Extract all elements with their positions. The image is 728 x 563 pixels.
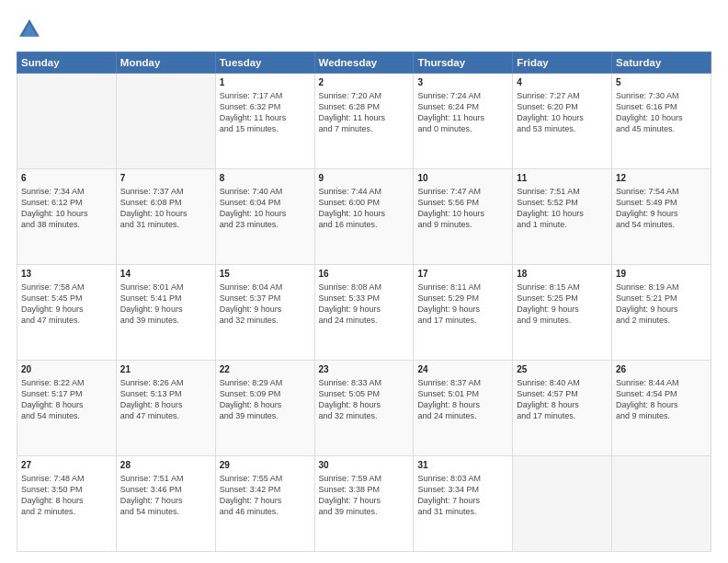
day-info: Sunrise: 7:37 AM Sunset: 6:08 PM Dayligh… xyxy=(120,186,211,231)
day-header-sunday: Sunday xyxy=(17,52,117,74)
day-info: Sunrise: 7:48 AM Sunset: 3:50 PM Dayligh… xyxy=(21,473,112,518)
calendar-cell: 25Sunrise: 8:40 AM Sunset: 4:57 PM Dayli… xyxy=(513,361,612,456)
calendar-week-row: 13Sunrise: 7:58 AM Sunset: 5:45 PM Dayli… xyxy=(17,265,711,361)
calendar-cell xyxy=(17,74,117,169)
calendar-cell: 8Sunrise: 7:40 AM Sunset: 6:04 PM Daylig… xyxy=(215,169,314,265)
calendar-cell xyxy=(116,74,215,169)
calendar-cell: 4Sunrise: 7:27 AM Sunset: 6:20 PM Daylig… xyxy=(513,74,612,169)
day-info: Sunrise: 7:55 AM Sunset: 3:42 PM Dayligh… xyxy=(220,473,311,518)
day-number: 30 xyxy=(319,459,410,472)
day-header-saturday: Saturday xyxy=(612,52,711,74)
calendar-cell: 10Sunrise: 7:47 AM Sunset: 5:56 PM Dayli… xyxy=(414,169,513,265)
header xyxy=(17,17,711,42)
day-info: Sunrise: 8:04 AM Sunset: 5:37 PM Dayligh… xyxy=(220,282,311,327)
day-number: 1 xyxy=(220,76,311,89)
calendar-cell: 15Sunrise: 8:04 AM Sunset: 5:37 PM Dayli… xyxy=(215,265,314,361)
calendar-cell: 6Sunrise: 7:34 AM Sunset: 6:12 PM Daylig… xyxy=(17,169,117,265)
calendar-cell: 29Sunrise: 7:55 AM Sunset: 3:42 PM Dayli… xyxy=(215,456,314,552)
calendar-cell: 18Sunrise: 8:15 AM Sunset: 5:25 PM Dayli… xyxy=(513,265,612,361)
day-number: 28 xyxy=(120,459,211,472)
day-number: 13 xyxy=(21,268,112,281)
day-number: 8 xyxy=(220,172,311,185)
day-header-tuesday: Tuesday xyxy=(215,52,314,74)
day-number: 18 xyxy=(517,268,608,281)
day-header-thursday: Thursday xyxy=(414,52,513,74)
day-info: Sunrise: 8:22 AM Sunset: 5:17 PM Dayligh… xyxy=(21,377,112,422)
day-number: 5 xyxy=(616,76,707,89)
day-number: 17 xyxy=(417,268,508,281)
calendar-cell: 5Sunrise: 7:30 AM Sunset: 6:16 PM Daylig… xyxy=(612,74,711,169)
day-info: Sunrise: 7:59 AM Sunset: 3:38 PM Dayligh… xyxy=(319,473,410,518)
day-info: Sunrise: 7:40 AM Sunset: 6:04 PM Dayligh… xyxy=(220,186,311,231)
calendar-cell: 22Sunrise: 8:29 AM Sunset: 5:09 PM Dayli… xyxy=(215,361,314,456)
day-info: Sunrise: 8:11 AM Sunset: 5:29 PM Dayligh… xyxy=(417,282,508,327)
calendar-cell: 3Sunrise: 7:24 AM Sunset: 6:24 PM Daylig… xyxy=(414,74,513,169)
calendar-cell: 24Sunrise: 8:37 AM Sunset: 5:01 PM Dayli… xyxy=(414,361,513,456)
calendar-cell: 20Sunrise: 8:22 AM Sunset: 5:17 PM Dayli… xyxy=(17,361,117,456)
calendar-cell: 9Sunrise: 7:44 AM Sunset: 6:00 PM Daylig… xyxy=(314,169,414,265)
calendar-header-row: SundayMondayTuesdayWednesdayThursdayFrid… xyxy=(17,52,711,74)
day-header-monday: Monday xyxy=(116,52,215,74)
calendar-cell: 31Sunrise: 8:03 AM Sunset: 3:34 PM Dayli… xyxy=(414,456,513,552)
day-number: 4 xyxy=(517,76,608,89)
day-number: 31 xyxy=(417,459,508,472)
day-number: 3 xyxy=(417,76,508,89)
day-info: Sunrise: 7:17 AM Sunset: 6:32 PM Dayligh… xyxy=(220,90,311,135)
day-number: 6 xyxy=(21,172,112,185)
day-number: 26 xyxy=(616,363,707,376)
day-info: Sunrise: 8:40 AM Sunset: 4:57 PM Dayligh… xyxy=(517,377,608,422)
calendar-week-row: 1Sunrise: 7:17 AM Sunset: 6:32 PM Daylig… xyxy=(17,74,711,169)
calendar-cell: 23Sunrise: 8:33 AM Sunset: 5:05 PM Dayli… xyxy=(314,361,414,456)
calendar-cell: 21Sunrise: 8:26 AM Sunset: 5:13 PM Dayli… xyxy=(116,361,215,456)
calendar-cell: 12Sunrise: 7:54 AM Sunset: 5:49 PM Dayli… xyxy=(612,169,711,265)
calendar-cell: 26Sunrise: 8:44 AM Sunset: 4:54 PM Dayli… xyxy=(612,361,711,456)
day-info: Sunrise: 8:19 AM Sunset: 5:21 PM Dayligh… xyxy=(616,282,707,327)
calendar-cell xyxy=(612,456,711,552)
calendar-cell xyxy=(513,456,612,552)
calendar-cell: 17Sunrise: 8:11 AM Sunset: 5:29 PM Dayli… xyxy=(414,265,513,361)
calendar-cell: 19Sunrise: 8:19 AM Sunset: 5:21 PM Dayli… xyxy=(612,265,711,361)
day-info: Sunrise: 7:34 AM Sunset: 6:12 PM Dayligh… xyxy=(21,186,112,231)
day-number: 2 xyxy=(319,76,410,89)
day-info: Sunrise: 7:44 AM Sunset: 6:00 PM Dayligh… xyxy=(319,186,410,231)
day-number: 10 xyxy=(417,172,508,185)
calendar-cell: 7Sunrise: 7:37 AM Sunset: 6:08 PM Daylig… xyxy=(116,169,215,265)
day-number: 11 xyxy=(517,172,608,185)
day-number: 7 xyxy=(120,172,211,185)
day-number: 9 xyxy=(319,172,410,185)
day-number: 24 xyxy=(417,363,508,376)
day-info: Sunrise: 8:33 AM Sunset: 5:05 PM Dayligh… xyxy=(319,377,410,422)
day-info: Sunrise: 7:51 AM Sunset: 3:46 PM Dayligh… xyxy=(120,473,211,518)
day-info: Sunrise: 8:08 AM Sunset: 5:33 PM Dayligh… xyxy=(319,282,410,327)
day-info: Sunrise: 7:47 AM Sunset: 5:56 PM Dayligh… xyxy=(417,186,508,231)
day-number: 16 xyxy=(319,268,410,281)
calendar-week-row: 27Sunrise: 7:48 AM Sunset: 3:50 PM Dayli… xyxy=(17,456,711,552)
day-header-friday: Friday xyxy=(513,52,612,74)
day-number: 29 xyxy=(220,459,311,472)
day-info: Sunrise: 7:51 AM Sunset: 5:52 PM Dayligh… xyxy=(517,186,608,231)
day-info: Sunrise: 7:20 AM Sunset: 6:28 PM Dayligh… xyxy=(319,90,410,135)
day-info: Sunrise: 7:27 AM Sunset: 6:20 PM Dayligh… xyxy=(517,90,608,135)
calendar-cell: 14Sunrise: 8:01 AM Sunset: 5:41 PM Dayli… xyxy=(116,265,215,361)
page: SundayMondayTuesdayWednesdayThursdayFrid… xyxy=(0,0,728,563)
day-number: 21 xyxy=(120,363,211,376)
day-info: Sunrise: 8:26 AM Sunset: 5:13 PM Dayligh… xyxy=(120,377,211,422)
calendar-cell: 11Sunrise: 7:51 AM Sunset: 5:52 PM Dayli… xyxy=(513,169,612,265)
calendar-cell: 30Sunrise: 7:59 AM Sunset: 3:38 PM Dayli… xyxy=(314,456,414,552)
day-info: Sunrise: 7:58 AM Sunset: 5:45 PM Dayligh… xyxy=(21,282,112,327)
day-number: 14 xyxy=(120,268,211,281)
calendar-cell: 13Sunrise: 7:58 AM Sunset: 5:45 PM Dayli… xyxy=(17,265,117,361)
day-info: Sunrise: 7:30 AM Sunset: 6:16 PM Dayligh… xyxy=(616,90,707,135)
logo xyxy=(17,17,46,42)
day-number: 27 xyxy=(21,459,112,472)
calendar-cell: 27Sunrise: 7:48 AM Sunset: 3:50 PM Dayli… xyxy=(17,456,117,552)
day-number: 12 xyxy=(616,172,707,185)
calendar-cell: 1Sunrise: 7:17 AM Sunset: 6:32 PM Daylig… xyxy=(215,74,314,169)
day-number: 20 xyxy=(21,363,112,376)
day-number: 23 xyxy=(319,363,410,376)
calendar-week-row: 6Sunrise: 7:34 AM Sunset: 6:12 PM Daylig… xyxy=(17,169,711,265)
calendar-cell: 16Sunrise: 8:08 AM Sunset: 5:33 PM Dayli… xyxy=(314,265,414,361)
logo-icon xyxy=(17,17,42,42)
day-number: 15 xyxy=(220,268,311,281)
calendar-cell: 2Sunrise: 7:20 AM Sunset: 6:28 PM Daylig… xyxy=(314,74,414,169)
